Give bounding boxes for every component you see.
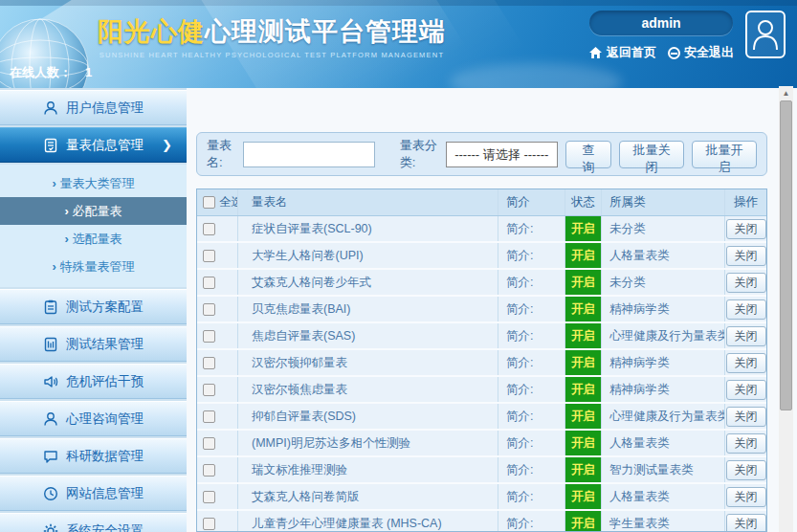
scale-intro-cell: 简介:	[498, 297, 565, 321]
status-badge: 开启	[565, 216, 602, 241]
close-button[interactable]: 关闭	[726, 326, 766, 346]
app-window: 阳光心健心理测试平台管理端 SUNSHINE HEART HEALTHY PSY…	[0, 0, 797, 532]
table-row: 瑞文标准推理测验简介:开启智力测试量表类关闭	[197, 457, 766, 484]
scale-name-input[interactable]	[243, 142, 375, 167]
col-header-scale-name: 量表名	[238, 189, 498, 215]
action-cell: 关闭	[725, 243, 766, 268]
app-title-rest: 心理测试平台管理端	[205, 17, 446, 46]
scroll-up-arrow-icon[interactable]	[779, 86, 793, 100]
app-title: 阳光心健心理测试平台管理端	[98, 14, 446, 49]
scrollbar-thumb[interactable]	[780, 100, 792, 410]
safe-logout-link[interactable]: 安全退出	[668, 44, 734, 61]
row-select-cell	[197, 297, 238, 321]
row-checkbox[interactable]	[203, 518, 215, 530]
sidebar-item-crisis-intervention[interactable]: 危机评估干预	[0, 364, 187, 399]
close-button[interactable]: 关闭	[726, 353, 766, 373]
row-checkbox[interactable]	[203, 303, 215, 316]
row-select-cell	[197, 457, 238, 482]
close-button[interactable]: 关闭	[726, 299, 766, 320]
status-badge: 开启	[565, 511, 602, 532]
sidebar-item-label: 心理咨询管理	[66, 410, 144, 428]
sidebar-item-user-info[interactable]: 用户信息管理	[0, 90, 187, 125]
close-button[interactable]: 关闭	[726, 219, 766, 239]
scale-name-cell: 艾森克人格问卷少年式	[238, 270, 498, 295]
submenu-item-label: 量表大类管理	[59, 176, 134, 190]
status-badge: 开启	[565, 323, 602, 348]
row-checkbox[interactable]	[203, 277, 215, 289]
sidebar-item-scale-info[interactable]: 量表信息管理	[0, 127, 187, 163]
vertical-scrollbar[interactable]	[779, 86, 793, 532]
action-cell: 关闭	[725, 457, 766, 482]
sidebar-item-test-plan[interactable]: 测试方案配置	[0, 289, 187, 324]
close-button[interactable]: 关闭	[726, 514, 766, 532]
close-button[interactable]: 关闭	[726, 407, 766, 427]
scale-intro-cell: 简介:	[498, 350, 565, 375]
row-checkbox[interactable]	[203, 223, 215, 235]
submenu-item-scale-category-mgmt[interactable]: 量表大类管理	[0, 169, 187, 197]
scale-name-label: 量表名:	[207, 137, 238, 171]
row-checkbox[interactable]	[203, 384, 215, 396]
username-button[interactable]: admin	[589, 11, 733, 35]
submenu-item-optional-scales[interactable]: 选配量表	[0, 225, 187, 253]
sidebar-item-label: 用户信息管理	[66, 100, 144, 117]
row-checkbox[interactable]	[203, 250, 215, 262]
sidebar-item-test-results[interactable]: 测试结果管理	[0, 326, 187, 362]
row-checkbox[interactable]	[203, 410, 215, 423]
scale-category-cell: 人格量表类	[602, 243, 725, 268]
row-checkbox[interactable]	[203, 357, 215, 369]
sidebar-item-research-data[interactable]: 科研数据管理	[0, 438, 187, 474]
speaker-icon	[43, 374, 58, 389]
col-header-action: 操作	[725, 189, 766, 215]
query-button[interactable]: 查询	[565, 141, 611, 168]
scale-doc-icon	[43, 138, 58, 153]
select-all-checkbox[interactable]	[203, 196, 215, 209]
clock-icon	[43, 486, 58, 501]
main-content: 量表名: 量表分类: ------ 请选择 ------ 查询 批量关闭 批量开…	[187, 88, 797, 532]
scale-name-cell: 艾森克人格问卷简版	[238, 484, 498, 509]
close-button[interactable]: 关闭	[726, 273, 766, 293]
user-icon	[43, 411, 58, 427]
scale-category-cell: 学生量表类	[602, 511, 725, 532]
row-checkbox[interactable]	[203, 464, 215, 477]
action-cell: 关闭	[725, 216, 766, 241]
action-cell: 关闭	[725, 377, 766, 402]
table-row: 艾森克人格问卷简版简介:开启人格量表类关闭	[197, 484, 766, 511]
scale-intro-cell: 简介:	[498, 511, 565, 532]
submenu-item-special-scales[interactable]: 特殊量表管理	[0, 253, 187, 280]
scale-name-cell: 抑郁自评量表(SDS)	[238, 404, 498, 429]
scale-category-select[interactable]: ------ 请选择 ------	[446, 142, 558, 167]
sidebar-item-system-security[interactable]: 系统安全设置	[0, 513, 187, 532]
sidebar: 用户信息管理 量表信息管理 量表大类管理 必配量表 选配量表 特殊量表管理 测试…	[0, 88, 187, 532]
scale-name-cell: 瑞文标准推理测验	[238, 457, 498, 482]
scale-category-cell: 未分类	[602, 216, 725, 241]
close-button[interactable]: 关闭	[726, 246, 766, 266]
close-button[interactable]: 关闭	[726, 433, 766, 454]
close-button[interactable]: 关闭	[726, 460, 766, 480]
row-checkbox[interactable]	[203, 491, 215, 503]
close-button[interactable]: 关闭	[726, 380, 766, 400]
return-home-link[interactable]: 返回首页	[588, 44, 656, 61]
row-checkbox[interactable]	[203, 437, 215, 450]
sidebar-item-website-info[interactable]: 网站信息管理	[0, 476, 187, 511]
row-select-cell	[197, 431, 238, 455]
filter-bar: 量表名: 量表分类: ------ 请选择 ------ 查询 批量关闭 批量开…	[196, 132, 767, 176]
select-all-label: 全选	[219, 194, 238, 211]
row-select-cell	[197, 511, 238, 532]
close-button[interactable]: 关闭	[726, 487, 766, 507]
table-row: 焦虑自评量表(SAS)简介:开启心理健康及行为量表类关闭	[197, 323, 766, 350]
table-body: 症状自评量表(SCL-90)简介:开启未分类关闭大学生人格问卷(UPI)简介:开…	[197, 216, 766, 532]
sidebar-item-counseling-mgmt[interactable]: 心理咨询管理	[0, 401, 187, 436]
submenu-item-required-scales[interactable]: 必配量表	[0, 197, 187, 225]
avatar[interactable]	[745, 11, 786, 58]
row-checkbox[interactable]	[203, 330, 215, 343]
batch-open-button[interactable]: 批量开启	[692, 141, 757, 168]
action-cell: 关闭	[725, 323, 766, 348]
status-badge: 开启	[565, 377, 602, 402]
action-cell: 关闭	[725, 484, 766, 509]
scale-category-cell: 精神病学类	[602, 350, 725, 375]
header: 阳光心健心理测试平台管理端 SUNSHINE HEART HEALTHY PSY…	[0, 0, 797, 88]
scale-name-cell: 大学生人格问卷(UPI)	[238, 243, 498, 268]
batch-close-button[interactable]: 批量关闭	[619, 141, 684, 168]
scale-intro-cell: 简介:	[498, 457, 565, 482]
gear-icon	[43, 523, 58, 532]
